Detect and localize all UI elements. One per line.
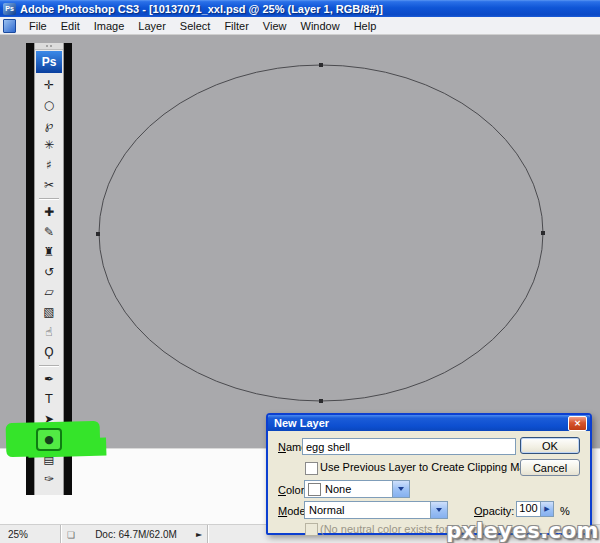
brush-tool[interactable]: ✎ xyxy=(36,222,62,242)
clipping-mask-checkbox[interactable] xyxy=(305,462,318,475)
new-layer-dialog: New Layer × Name: OK Use Previous Layer … xyxy=(266,413,592,535)
eyedropper-tool-icon: ✑ xyxy=(44,473,54,485)
layer-name-input[interactable] xyxy=(302,438,516,455)
menu-filter[interactable]: Filter xyxy=(217,19,255,33)
healing-brush-tool[interactable]: ✚ xyxy=(36,202,62,222)
dodge-tool-icon: Ϙ xyxy=(44,346,53,358)
magic-wand-tool-icon: ✳ xyxy=(44,139,54,151)
brush-tool-icon: ✎ xyxy=(44,226,54,238)
status-menu-arrow-icon[interactable]: ► xyxy=(191,530,207,539)
zoom-level-field[interactable]: 25% xyxy=(0,525,61,543)
dodge-tool[interactable]: Ϙ xyxy=(36,342,62,362)
menu-items: File Edit Image Layer Select Filter View… xyxy=(22,19,383,33)
chevron-down-icon[interactable] xyxy=(430,502,447,518)
doc-size-text: Doc: 64.7M/62.0M xyxy=(81,529,191,540)
eraser-tool-icon: ▱ xyxy=(44,286,53,298)
window-title-bar: Ps Adobe Photoshop CS3 - [10137071_xxl.p… xyxy=(0,0,600,17)
ok-button[interactable]: OK xyxy=(520,437,580,454)
neutral-color-checkbox xyxy=(305,523,318,536)
menu-window[interactable]: Window xyxy=(294,19,347,33)
shape-tool-icon: ● xyxy=(36,428,62,451)
dialog-title: New Layer xyxy=(274,417,329,429)
menu-image[interactable]: Image xyxy=(87,19,132,33)
menu-select[interactable]: Select xyxy=(173,19,218,33)
gradient-tool-icon: ▧ xyxy=(43,306,54,318)
pen-tool[interactable]: ✒ xyxy=(36,369,62,389)
shape-tool[interactable]: ● xyxy=(36,429,62,449)
opacity-field[interactable]: 100 ▶ xyxy=(516,501,554,517)
doc-badge-icon: ❏ xyxy=(61,530,81,540)
tool-palette: Ps ✛ ○ ℘ xyxy=(26,43,72,495)
tool-divider-1 xyxy=(36,195,62,202)
clipping-mask-label: Use Previous Layer to Create Clipping Ma… xyxy=(320,461,536,473)
menu-edit[interactable]: Edit xyxy=(54,19,87,33)
slice-tool[interactable]: ✂ xyxy=(36,175,62,195)
magic-wand-tool[interactable]: ✳ xyxy=(36,135,62,155)
eraser-tool[interactable]: ▱ xyxy=(36,282,62,302)
healing-brush-tool-icon: ✚ xyxy=(44,206,54,218)
move-tool[interactable]: ✛ xyxy=(36,75,62,95)
opacity-label: Opacity: xyxy=(474,505,514,517)
clone-stamp-tool[interactable]: ♜ xyxy=(36,242,62,262)
gradient-tool[interactable]: ▧ xyxy=(36,302,62,322)
crop-tool[interactable]: ♯ xyxy=(36,155,62,175)
clone-stamp-tool-icon: ♜ xyxy=(44,246,55,258)
chevron-down-icon[interactable] xyxy=(392,481,409,497)
menu-help[interactable]: Help xyxy=(347,19,384,33)
close-icon[interactable]: × xyxy=(568,416,587,431)
color-swatch xyxy=(308,483,321,496)
slice-tool-icon: ✂ xyxy=(44,179,54,191)
menu-view[interactable]: View xyxy=(256,19,294,33)
elliptical-marquee-tool-icon: ○ xyxy=(44,99,54,111)
opacity-slider-arrow-icon[interactable]: ▶ xyxy=(540,502,553,516)
photoshop-window: Ps Adobe Photoshop CS3 - [10137071_xxl.p… xyxy=(0,0,600,543)
history-brush-tool[interactable]: ↺ xyxy=(36,262,62,282)
smudge-tool-icon: ☝ xyxy=(45,326,52,338)
document-icon xyxy=(3,19,16,33)
move-tool-icon: ✛ xyxy=(44,79,54,91)
ps-logo: Ps xyxy=(36,51,62,73)
color-dropdown[interactable]: None xyxy=(304,480,410,498)
history-brush-tool-icon: ↺ xyxy=(44,266,54,278)
watermark: pxleyes.com xyxy=(446,519,599,543)
color-value: None xyxy=(321,483,392,495)
doc-info-section: ❏ Doc: 64.7M/62.0M ► xyxy=(61,525,208,543)
tool-palette-strip: Ps ✛ ○ ℘ xyxy=(34,43,64,495)
dialog-body: Name: OK Use Previous Layer to Create Cl… xyxy=(268,431,590,531)
dialog-title-bar[interactable]: New Layer × xyxy=(268,415,590,431)
elliptical-marquee-tool[interactable]: ○ xyxy=(36,95,62,115)
lasso-tool-icon: ℘ xyxy=(45,119,53,131)
cancel-button[interactable]: Cancel xyxy=(520,459,580,476)
menu-file[interactable]: File xyxy=(22,19,54,33)
canvas[interactable] xyxy=(0,35,600,448)
type-tool[interactable]: T xyxy=(36,389,62,409)
mode-value: Normal xyxy=(305,504,430,516)
menu-bar: File Edit Image Layer Select Filter View… xyxy=(0,17,600,35)
palette-grip[interactable] xyxy=(35,43,63,50)
lasso-tool[interactable]: ℘ xyxy=(36,115,62,135)
tool-divider-2 xyxy=(36,362,62,369)
type-tool-icon: T xyxy=(45,393,52,405)
pen-tool-icon: ✒ xyxy=(44,373,54,385)
photoshop-app-icon: Ps xyxy=(3,3,16,15)
opacity-value: 100 xyxy=(517,502,540,516)
tool-list: ✛ ○ ℘ ✳ xyxy=(36,75,62,489)
opacity-unit: % xyxy=(560,505,570,517)
eyedropper-tool[interactable]: ✑ xyxy=(36,469,62,489)
color-label: Color: xyxy=(278,484,307,496)
window-title: Adobe Photoshop CS3 - [10137071_xxl.psd … xyxy=(20,3,383,15)
menu-layer[interactable]: Layer xyxy=(131,19,173,33)
crop-tool-icon: ♯ xyxy=(46,159,52,171)
mode-dropdown[interactable]: Normal xyxy=(304,501,448,519)
smudge-tool[interactable]: ☝ xyxy=(36,322,62,342)
